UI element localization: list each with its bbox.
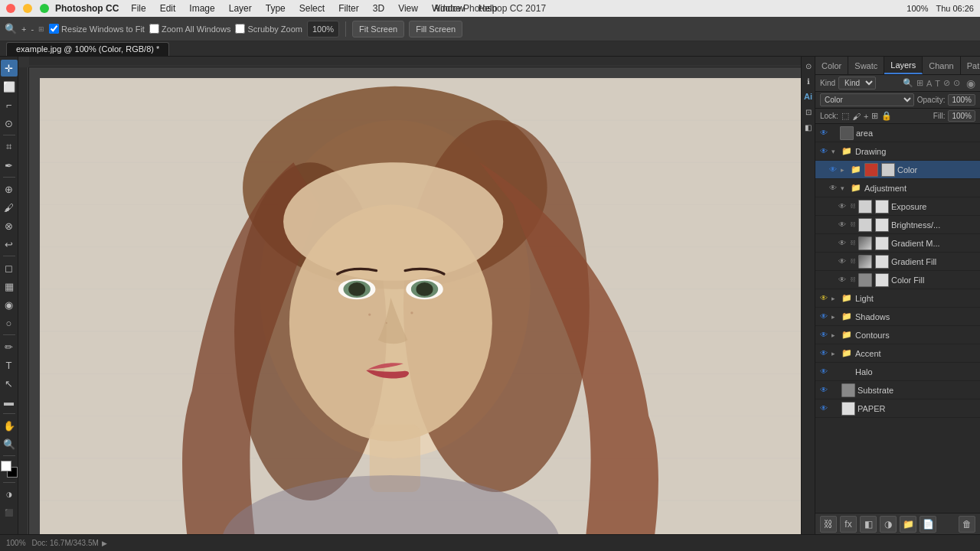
tab-channels[interactable]: Chann xyxy=(923,57,960,74)
smart-filter-icon[interactable]: ⊙ xyxy=(953,78,960,88)
history-brush-tool[interactable]: ↩ xyxy=(1,236,18,253)
info-icon[interactable]: ℹ xyxy=(802,75,815,87)
history-icon[interactable]: ⊙ xyxy=(802,60,815,72)
group-arrow-icon[interactable]: ▾ xyxy=(841,184,848,192)
visibility-toggle[interactable]: 👁 xyxy=(828,165,838,175)
group-arrow-icon[interactable]: ▾ xyxy=(831,148,839,155)
layer-item[interactable]: 👁 ⛓ Exposure xyxy=(815,197,980,216)
link-layers-button[interactable]: ⛓ xyxy=(820,516,837,533)
color-swatches[interactable] xyxy=(1,461,18,478)
rectangle-select-tool[interactable]: ⬜ xyxy=(1,78,18,95)
filter-toggle[interactable]: ◉ xyxy=(966,77,975,90)
move-tool[interactable]: ✛ xyxy=(1,60,18,77)
fill-value[interactable]: 100% xyxy=(948,110,975,122)
tab-swatches[interactable]: Swatc xyxy=(848,57,884,74)
layer-item[interactable]: 👁 ▸ 📁 Shadows xyxy=(815,308,980,326)
layer-item[interactable]: 👁 ▸ 📁 Accent xyxy=(815,344,980,363)
adjustments-icon[interactable]: ◧ xyxy=(802,121,815,133)
layer-item[interactable]: 👁 ⛓ Gradient M... xyxy=(815,234,980,253)
add-adjustment-button[interactable]: ◑ xyxy=(880,516,897,533)
new-group-icon[interactable]: ⊞ xyxy=(916,78,923,88)
group-arrow-icon[interactable]: ▸ xyxy=(831,295,839,302)
minimize-button[interactable] xyxy=(23,4,32,13)
pen-tool[interactable]: ✏ xyxy=(1,338,18,355)
menu-layer[interactable]: Layer xyxy=(223,2,258,15)
visibility-toggle[interactable]: 👁 xyxy=(828,183,838,194)
blend-mode-select[interactable]: Color xyxy=(820,93,914,106)
tab-layers[interactable]: Layers xyxy=(884,57,923,74)
layer-item[interactable]: 👁 ▸ 📁 Contours xyxy=(815,326,980,344)
layer-item[interactable]: 👁 ▸ 📁 Light xyxy=(815,289,980,308)
lock-image-icon[interactable]: 🖌 xyxy=(852,112,861,121)
tab-color[interactable]: Color xyxy=(815,57,848,74)
path-select-tool[interactable]: ↖ xyxy=(1,375,18,392)
fit-screen-button[interactable]: Fit Screen xyxy=(352,21,404,37)
visibility-toggle[interactable]: 👁 xyxy=(818,367,829,377)
crop-tool[interactable]: ⌗ xyxy=(1,139,18,155)
zoom-in-icon[interactable]: + xyxy=(21,24,26,34)
layer-item[interactable]: 👁 PAPER xyxy=(815,399,980,418)
layer-item[interactable]: 👁 ⛓ Brightness/... xyxy=(815,216,980,234)
visibility-toggle[interactable]: 👁 xyxy=(818,403,829,414)
visibility-toggle[interactable]: 👁 xyxy=(818,311,829,322)
maximize-button[interactable] xyxy=(40,4,49,13)
layer-item[interactable]: 👁 ⛓ Color Fill xyxy=(815,271,980,289)
menu-filter[interactable]: Filter xyxy=(332,2,365,15)
add-mask-button[interactable]: ◧ xyxy=(860,516,877,533)
lock-artboard-icon[interactable]: ⊞ xyxy=(871,111,878,121)
add-style-button[interactable]: fx xyxy=(840,516,857,533)
zoom-all-checkbox[interactable] xyxy=(149,24,159,34)
eraser-tool[interactable]: ◻ xyxy=(1,259,18,276)
menu-edit[interactable]: Edit xyxy=(154,2,182,15)
lock-transparent-icon[interactable]: ⬚ xyxy=(841,111,849,121)
visibility-toggle[interactable]: 👁 xyxy=(818,330,829,341)
ai-panel-btn[interactable]: Ai xyxy=(802,90,815,103)
clone-stamp-tool[interactable]: ⊗ xyxy=(1,217,18,234)
new-group-button[interactable]: 📁 xyxy=(900,516,916,533)
close-button[interactable] xyxy=(6,4,15,13)
menu-3d[interactable]: 3D xyxy=(367,2,390,15)
screen-mode-btn[interactable]: ⬛ xyxy=(1,504,18,521)
type-tool[interactable]: T xyxy=(1,357,18,373)
layer-item[interactable]: 👁 ▸ 📁 Halo xyxy=(815,363,980,381)
gradient-tool[interactable]: ▦ xyxy=(1,278,18,295)
visibility-toggle[interactable]: 👁 xyxy=(837,220,848,230)
layer-item[interactable]: 👁 area xyxy=(815,124,980,142)
lasso-tool[interactable]: ⌐ xyxy=(1,96,18,113)
text-icon[interactable]: T xyxy=(935,79,940,88)
layer-item[interactable]: 👁 Substrate xyxy=(815,381,980,399)
layer-item[interactable]: 👁 ▾ 📁 Adjustment xyxy=(815,179,980,197)
resize-windows-checkbox[interactable] xyxy=(49,24,59,34)
visibility-toggle[interactable]: 👁 xyxy=(818,128,829,139)
menu-type[interactable]: Type xyxy=(260,2,292,15)
delete-layer-button[interactable]: 🗑 xyxy=(959,516,975,533)
arrow-icon[interactable]: ▶ xyxy=(102,540,107,547)
brush-tool[interactable]: 🖌 xyxy=(1,199,18,216)
menu-select[interactable]: Select xyxy=(293,2,331,15)
quick-select-tool[interactable]: ⊙ xyxy=(1,115,18,132)
layer-item[interactable]: 👁 ▾ 📁 Drawing xyxy=(815,142,980,161)
group-arrow-icon[interactable]: ▸ xyxy=(831,313,839,321)
group-arrow-icon[interactable]: ▸ xyxy=(841,166,848,174)
visibility-toggle[interactable]: 👁 xyxy=(818,293,829,304)
menu-view[interactable]: View xyxy=(392,2,424,15)
menu-file[interactable]: File xyxy=(125,2,152,15)
opacity-value[interactable]: 100% xyxy=(948,94,975,106)
adjustment-filter-icon[interactable]: ⊘ xyxy=(943,78,950,88)
menu-image[interactable]: Image xyxy=(183,2,220,15)
fill-screen-button[interactable]: Fill Screen xyxy=(409,21,462,37)
scrubby-zoom-checkbox[interactable] xyxy=(235,24,245,34)
visibility-toggle[interactable]: 👁 xyxy=(837,256,848,267)
zoom-out-icon[interactable]: - xyxy=(31,24,34,34)
document-tab[interactable]: example.jpg @ 100% (Color, RGB/8) * xyxy=(6,42,169,56)
eyedropper-tool[interactable]: ✒ xyxy=(1,157,18,174)
visibility-toggle[interactable]: 👁 xyxy=(818,348,829,359)
visibility-toggle[interactable]: 👁 xyxy=(837,201,848,212)
layer-kind-select[interactable]: Kind xyxy=(838,77,876,90)
tab-paths[interactable]: Paths xyxy=(961,57,980,74)
brushes-icon[interactable]: ⊡ xyxy=(802,106,815,118)
foreground-color-swatch[interactable] xyxy=(1,461,11,471)
layer-item[interactable]: 👁 ⛓ Gradient Fill xyxy=(815,253,980,271)
rectangle-tool[interactable]: ▬ xyxy=(1,393,18,410)
layer-item[interactable]: 👁 ▸ 📁 Color xyxy=(815,161,980,179)
